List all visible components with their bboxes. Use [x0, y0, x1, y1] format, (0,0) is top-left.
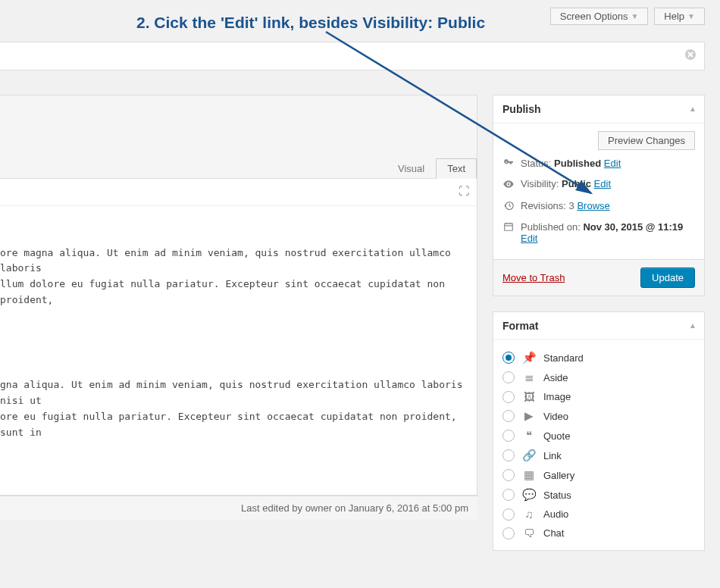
update-button[interactable]: Update [640, 267, 695, 288]
status-row: Status: Published Edit [502, 158, 695, 170]
format-aside-icon: ≣ [522, 371, 536, 384]
format-option-gallery[interactable]: ▦Gallery [502, 465, 695, 485]
browse-revisions-link[interactable]: Browse [577, 200, 609, 211]
format-label: Aside [543, 372, 568, 383]
edit-date-link[interactable]: Edit [521, 233, 537, 244]
publish-panel-header[interactable]: Publish ▲ [493, 95, 704, 124]
editor-header: Visual Text [0, 95, 477, 179]
format-video-icon: ▶ [522, 409, 536, 423]
format-image-icon: 🖼 [522, 390, 536, 403]
editor-footer: Last edited by owner on January 6, 2016 … [0, 496, 477, 520]
format-option-aside[interactable]: ≣Aside [502, 368, 695, 387]
format-option-image[interactable]: 🖼Image [502, 387, 695, 406]
format-audio-icon: ♫ [522, 508, 536, 521]
format-panel-header[interactable]: Format ▲ [493, 312, 704, 340]
key-icon [502, 158, 515, 170]
chevron-down-icon: ▼ [687, 12, 695, 20]
radio-icon [502, 371, 515, 383]
published-row: Published on: Nov 30, 2015 @ 11:19 Edit [502, 221, 695, 244]
format-label: Status [543, 489, 571, 501]
radio-icon [502, 430, 515, 442]
dismiss-icon[interactable] [684, 48, 697, 64]
radio-icon [502, 508, 515, 521]
calendar-icon [502, 221, 515, 234]
format-label: Audio [543, 508, 568, 520]
format-status-icon: 💬 [522, 488, 536, 502]
title-bar [0, 42, 705, 70]
collapse-icon[interactable]: ▲ [689, 321, 697, 330]
move-to-trash-link[interactable]: Move to Trash [502, 272, 565, 283]
format-label: Image [543, 391, 571, 402]
format-label: Chat [543, 527, 564, 539]
radio-icon [502, 489, 515, 501]
format-option-link[interactable]: 🔗Link [502, 446, 695, 465]
screen-options-button[interactable]: Screen Options ▼ [550, 8, 649, 25]
tab-visual[interactable]: Visual [387, 158, 436, 179]
format-option-audio[interactable]: ♫Audio [502, 505, 695, 524]
collapse-icon[interactable]: ▲ [689, 105, 697, 113]
format-link-icon: 🔗 [522, 449, 536, 462]
chevron-down-icon: ▼ [631, 12, 638, 20]
radio-icon [502, 352, 515, 364]
svg-rect-3 [505, 224, 513, 230]
edit-visibility-link[interactable]: Edit [594, 178, 611, 189]
help-label: Help [664, 11, 684, 22]
fullscreen-icon[interactable]: ⛶ [459, 185, 469, 197]
format-option-quote[interactable]: ❝Quote [502, 426, 695, 446]
format-option-video[interactable]: ▶Video [502, 406, 695, 426]
revisions-row: Revisions: 3 Browse [502, 200, 695, 214]
visibility-row: Visibility: Public Edit [502, 178, 695, 192]
radio-icon [502, 410, 515, 422]
history-icon [502, 200, 515, 214]
format-chat-icon: 🗨 [522, 527, 536, 540]
format-option-status[interactable]: 💬Status [502, 485, 695, 505]
instruction-annotation: 2. Cick the 'Edit' link, besides Visibil… [136, 14, 485, 32]
editor-textarea[interactable]: ore magna aliqua. Ut enim ad minim venia… [0, 206, 477, 495]
eye-icon [502, 178, 515, 192]
format-label: Link [543, 450, 562, 461]
format-gallery-icon: ▦ [522, 468, 536, 482]
format-panel: Format ▲ 📌Standard≣Aside🖼Image▶Video❝Quo… [493, 311, 705, 551]
format-label: Quote [543, 430, 570, 442]
format-label: Video [543, 411, 568, 422]
tab-text[interactable]: Text [436, 158, 477, 179]
radio-icon [502, 469, 515, 481]
radio-icon [502, 391, 515, 403]
editor-box: Visual Text ⛶ ore magna aliqua. Ut enim … [0, 95, 477, 496]
help-button[interactable]: Help ▼ [654, 8, 705, 25]
format-label: Gallery [543, 470, 574, 481]
format-standard-icon: 📌 [522, 351, 536, 364]
radio-icon [502, 527, 515, 540]
format-option-chat[interactable]: 🗨Chat [502, 524, 695, 543]
editor-toolbar: ⛶ [0, 179, 477, 206]
format-quote-icon: ❝ [522, 429, 536, 443]
edit-status-link[interactable]: Edit [604, 158, 621, 169]
publish-panel: Publish ▲ Preview Changes Status: Publis… [493, 95, 705, 296]
radio-icon [502, 449, 515, 461]
preview-changes-button[interactable]: Preview Changes [598, 131, 695, 150]
format-label: Standard [543, 352, 584, 364]
screen-options-label: Screen Options [560, 11, 628, 22]
format-option-standard[interactable]: 📌Standard [502, 348, 695, 368]
